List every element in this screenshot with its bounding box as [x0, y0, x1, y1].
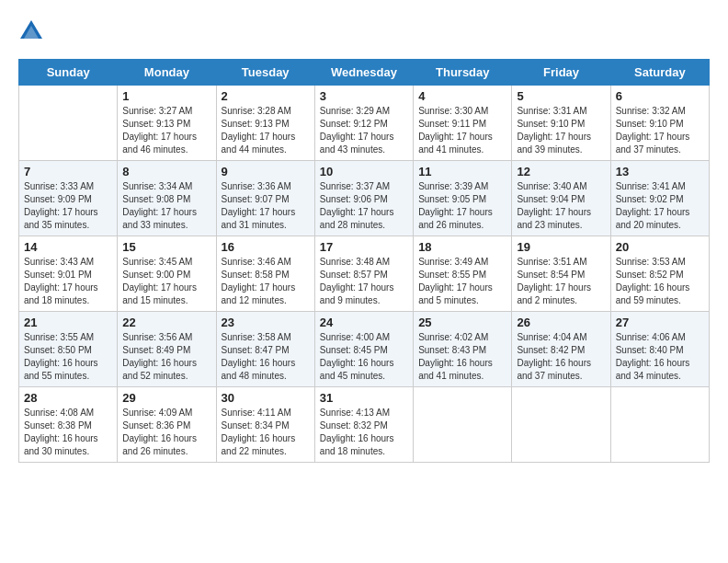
calendar-cell: 30Sunrise: 4:11 AM Sunset: 8:34 PM Dayli…	[216, 387, 314, 463]
day-number: 3	[320, 89, 408, 103]
calendar-cell: 11Sunrise: 3:39 AM Sunset: 9:05 PM Dayli…	[414, 161, 512, 236]
day-info: Sunrise: 3:53 AM Sunset: 8:52 PM Dayligh…	[616, 256, 704, 307]
day-number: 22	[122, 316, 210, 329]
day-number: 11	[418, 165, 506, 178]
day-info: Sunrise: 3:55 AM Sunset: 8:50 PM Dayligh…	[24, 331, 112, 383]
day-info: Sunrise: 3:36 AM Sunset: 9:07 PM Dayligh…	[222, 180, 310, 232]
day-number: 15	[122, 240, 210, 254]
calendar-cell: 13Sunrise: 3:41 AM Sunset: 9:02 PM Dayli…	[610, 161, 709, 236]
day-number: 20	[616, 240, 704, 254]
day-info: Sunrise: 3:45 AM Sunset: 9:00 PM Dayligh…	[122, 256, 210, 307]
calendar-week-row: 14Sunrise: 3:43 AM Sunset: 9:01 PM Dayli…	[19, 236, 710, 312]
day-info: Sunrise: 4:06 AM Sunset: 8:40 PM Dayligh…	[616, 331, 704, 383]
day-info: Sunrise: 3:51 AM Sunset: 8:54 PM Dayligh…	[517, 256, 605, 307]
calendar-cell: 4Sunrise: 3:30 AM Sunset: 9:11 PM Daylig…	[414, 86, 512, 161]
day-info: Sunrise: 4:11 AM Sunset: 8:34 PM Dayligh…	[222, 407, 310, 458]
day-info: Sunrise: 3:28 AM Sunset: 9:13 PM Dayligh…	[222, 105, 310, 156]
logo	[18, 18, 48, 44]
day-number: 2	[222, 89, 310, 103]
day-number: 1	[122, 89, 210, 103]
day-number: 23	[222, 316, 310, 329]
day-info: Sunrise: 3:43 AM Sunset: 9:01 PM Dayligh…	[24, 256, 112, 307]
calendar-week-row: 28Sunrise: 4:08 AM Sunset: 8:38 PM Dayli…	[19, 387, 710, 463]
day-number: 5	[517, 89, 605, 103]
calendar-cell: 24Sunrise: 4:00 AM Sunset: 8:45 PM Dayli…	[314, 312, 413, 387]
day-info: Sunrise: 3:49 AM Sunset: 8:55 PM Dayligh…	[418, 256, 506, 307]
day-number: 8	[122, 165, 210, 178]
day-info: Sunrise: 4:04 AM Sunset: 8:42 PM Dayligh…	[517, 331, 605, 383]
day-info: Sunrise: 3:32 AM Sunset: 9:10 PM Dayligh…	[616, 105, 704, 156]
day-number: 17	[320, 240, 408, 254]
day-info: Sunrise: 3:46 AM Sunset: 8:58 PM Dayligh…	[222, 256, 310, 307]
calendar-cell: 17Sunrise: 3:48 AM Sunset: 8:57 PM Dayli…	[314, 236, 413, 312]
day-info: Sunrise: 3:37 AM Sunset: 9:06 PM Dayligh…	[320, 180, 408, 232]
day-info: Sunrise: 3:30 AM Sunset: 9:11 PM Dayligh…	[418, 105, 506, 156]
day-number: 6	[616, 89, 704, 103]
calendar-cell: 3Sunrise: 3:29 AM Sunset: 9:12 PM Daylig…	[314, 86, 413, 161]
calendar-cell: 1Sunrise: 3:27 AM Sunset: 9:13 PM Daylig…	[118, 86, 216, 161]
day-info: Sunrise: 4:02 AM Sunset: 8:43 PM Dayligh…	[418, 331, 506, 383]
calendar-cell	[414, 387, 512, 463]
day-info: Sunrise: 3:40 AM Sunset: 9:04 PM Dayligh…	[517, 180, 605, 232]
day-info: Sunrise: 3:58 AM Sunset: 8:47 PM Dayligh…	[222, 331, 310, 383]
day-number: 9	[222, 165, 310, 178]
calendar-cell: 9Sunrise: 3:36 AM Sunset: 9:07 PM Daylig…	[216, 161, 314, 236]
calendar-cell: 10Sunrise: 3:37 AM Sunset: 9:06 PM Dayli…	[314, 161, 413, 236]
calendar-cell: 19Sunrise: 3:51 AM Sunset: 8:54 PM Dayli…	[512, 236, 610, 312]
calendar-cell: 16Sunrise: 3:46 AM Sunset: 8:58 PM Dayli…	[216, 236, 314, 312]
day-number: 28	[24, 391, 112, 405]
day-info: Sunrise: 4:00 AM Sunset: 8:45 PM Dayligh…	[320, 331, 408, 383]
logo-icon	[18, 18, 44, 44]
calendar-week-row: 1Sunrise: 3:27 AM Sunset: 9:13 PM Daylig…	[19, 86, 710, 161]
calendar-week-row: 21Sunrise: 3:55 AM Sunset: 8:50 PM Dayli…	[19, 312, 710, 387]
day-number: 14	[24, 240, 112, 254]
calendar-cell: 5Sunrise: 3:31 AM Sunset: 9:10 PM Daylig…	[512, 86, 610, 161]
calendar-cell: 22Sunrise: 3:56 AM Sunset: 8:49 PM Dayli…	[118, 312, 216, 387]
day-number: 27	[616, 316, 704, 329]
day-info: Sunrise: 3:41 AM Sunset: 9:02 PM Dayligh…	[616, 180, 704, 232]
calendar-week-row: 7Sunrise: 3:33 AM Sunset: 9:09 PM Daylig…	[19, 161, 710, 236]
calendar-cell: 31Sunrise: 4:13 AM Sunset: 8:32 PM Dayli…	[314, 387, 413, 463]
day-info: Sunrise: 4:13 AM Sunset: 8:32 PM Dayligh…	[320, 407, 408, 458]
calendar-cell: 7Sunrise: 3:33 AM Sunset: 9:09 PM Daylig…	[19, 161, 118, 236]
weekday-header: Tuesday	[216, 60, 314, 86]
calendar-cell: 15Sunrise: 3:45 AM Sunset: 9:00 PM Dayli…	[118, 236, 216, 312]
weekday-header: Friday	[512, 60, 610, 86]
day-number: 13	[616, 165, 704, 178]
day-number: 31	[320, 391, 408, 405]
day-info: Sunrise: 3:27 AM Sunset: 9:13 PM Dayligh…	[122, 105, 210, 156]
day-number: 24	[320, 316, 408, 329]
day-info: Sunrise: 3:29 AM Sunset: 9:12 PM Dayligh…	[320, 105, 408, 156]
weekday-header: Monday	[118, 60, 216, 86]
day-number: 30	[222, 391, 310, 405]
day-info: Sunrise: 3:48 AM Sunset: 8:57 PM Dayligh…	[320, 256, 408, 307]
calendar-cell: 14Sunrise: 3:43 AM Sunset: 9:01 PM Dayli…	[19, 236, 118, 312]
calendar-cell	[512, 387, 610, 463]
calendar-cell: 26Sunrise: 4:04 AM Sunset: 8:42 PM Dayli…	[512, 312, 610, 387]
calendar-cell: 23Sunrise: 3:58 AM Sunset: 8:47 PM Dayli…	[216, 312, 314, 387]
calendar-cell	[19, 86, 118, 161]
weekday-header: Wednesday	[314, 60, 413, 86]
calendar-cell: 12Sunrise: 3:40 AM Sunset: 9:04 PM Dayli…	[512, 161, 610, 236]
calendar-cell	[610, 387, 709, 463]
day-number: 4	[418, 89, 506, 103]
calendar-cell: 21Sunrise: 3:55 AM Sunset: 8:50 PM Dayli…	[19, 312, 118, 387]
calendar-cell: 18Sunrise: 3:49 AM Sunset: 8:55 PM Dayli…	[414, 236, 512, 312]
calendar-cell: 20Sunrise: 3:53 AM Sunset: 8:52 PM Dayli…	[610, 236, 709, 312]
header	[18, 18, 710, 44]
day-info: Sunrise: 3:31 AM Sunset: 9:10 PM Dayligh…	[517, 105, 605, 156]
calendar-cell: 27Sunrise: 4:06 AM Sunset: 8:40 PM Dayli…	[610, 312, 709, 387]
day-info: Sunrise: 3:56 AM Sunset: 8:49 PM Dayligh…	[122, 331, 210, 383]
day-number: 21	[24, 316, 112, 329]
day-number: 7	[24, 165, 112, 178]
calendar-table: SundayMondayTuesdayWednesdayThursdayFrid…	[18, 59, 710, 463]
calendar-cell: 8Sunrise: 3:34 AM Sunset: 9:08 PM Daylig…	[118, 161, 216, 236]
day-number: 19	[517, 240, 605, 254]
calendar-cell: 6Sunrise: 3:32 AM Sunset: 9:10 PM Daylig…	[610, 86, 709, 161]
day-info: Sunrise: 3:39 AM Sunset: 9:05 PM Dayligh…	[418, 180, 506, 232]
day-number: 18	[418, 240, 506, 254]
day-info: Sunrise: 4:08 AM Sunset: 8:38 PM Dayligh…	[24, 407, 112, 458]
calendar-cell: 25Sunrise: 4:02 AM Sunset: 8:43 PM Dayli…	[414, 312, 512, 387]
day-number: 25	[418, 316, 506, 329]
day-number: 29	[122, 391, 210, 405]
